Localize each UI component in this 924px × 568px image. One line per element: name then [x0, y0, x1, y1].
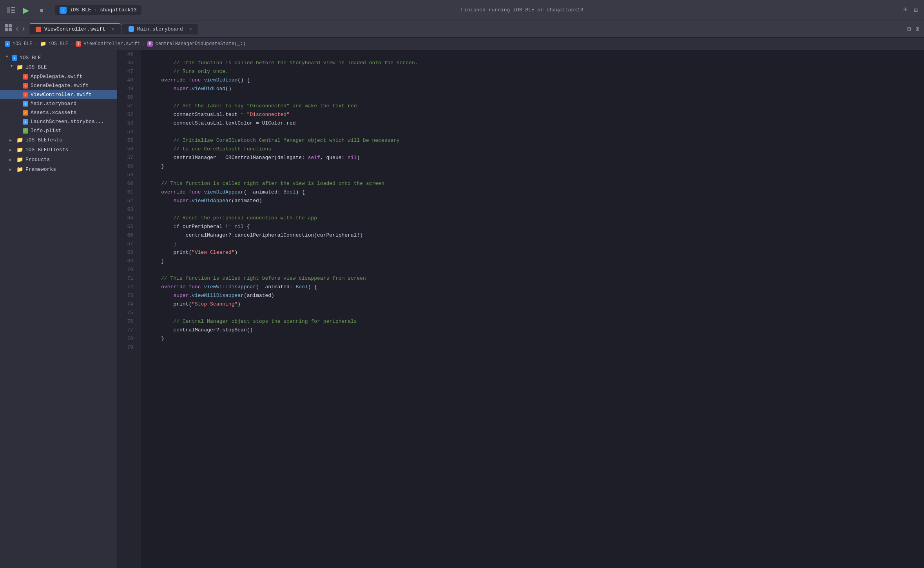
status-text: Finished running iOS BLE on shaqattack13 — [461, 7, 583, 13]
sidebar-storyboard-icon-launch: S — [23, 119, 28, 125]
line-number-65: 65 — [118, 222, 136, 231]
line-number-57: 57 — [118, 154, 136, 162]
sidebar-group-triangle: ▶ — [9, 65, 14, 70]
code-editor[interactable]: 4546474849505152535455565758596061626364… — [118, 50, 924, 568]
sidebar-products-triangle: ▶ — [9, 157, 14, 162]
sidebar-tests-triangle: ▶ — [9, 138, 14, 143]
line-number-62: 62 — [118, 197, 136, 205]
target-icon: i — [60, 7, 67, 14]
line-number-77: 77 — [118, 326, 136, 335]
line-number-63: 63 — [118, 205, 136, 214]
svg-rect-0 — [7, 7, 10, 13]
line-number-75: 75 — [118, 309, 136, 317]
line-number-68: 68 — [118, 248, 136, 257]
sidebar-ios-ble-tests-label: iOS BLETests — [25, 137, 62, 143]
line-number-74: 74 — [118, 300, 136, 309]
breadcrumb-viewcontroller-label: ViewController.swift — [83, 41, 140, 47]
line-number-72: 72 — [118, 283, 136, 291]
sidebar-frameworks-triangle: ▶ — [9, 167, 14, 172]
sidebar-scene-delegate-label: SceneDelegate.swift — [31, 83, 89, 89]
svg-rect-6 — [5, 24, 8, 27]
breadcrumb-ios-icon: i — [5, 41, 10, 47]
line-number-51: 51 — [118, 102, 136, 110]
utility-icon[interactable]: ⊞ — [915, 25, 919, 33]
code-line-46: // This function is called before the st… — [149, 59, 916, 67]
sidebar-item-frameworks[interactable]: ▶ 📁 Frameworks — [0, 165, 117, 174]
sidebar-swift-icon-viewcontroller: S — [23, 92, 28, 98]
play-button[interactable]: ▶ — [20, 5, 31, 16]
tab-viewcontroller[interactable]: ViewController.swift ✕ — [29, 23, 121, 34]
tab-storyboard-close-icon[interactable]: ✕ — [189, 27, 192, 32]
sidebar-item-main-storyboard[interactable]: S Main.storyboard — [0, 99, 117, 108]
line-number-60: 60 — [118, 179, 136, 188]
stop-button[interactable]: ■ — [36, 5, 47, 16]
tab-mainstoryboard[interactable]: Main.storyboard ✕ — [122, 23, 199, 34]
breadcrumb-sep-2: › — [71, 41, 73, 47]
code-line-72: override func viewWillDisappear(_ animat… — [149, 283, 916, 291]
line-number-58: 58 — [118, 162, 136, 171]
sidebar-item-view-controller[interactable]: S ViewController.swift — [0, 90, 117, 99]
code-line-78: } — [149, 335, 916, 343]
sidebar-item-info-plist[interactable]: P Info.plist — [0, 126, 117, 135]
breadcrumb-folder-icon: 📁 — [40, 41, 46, 47]
sidebar-item-ios-bleui-tests[interactable]: ▶ 📁 iOS BLEUITests — [0, 145, 117, 155]
svg-rect-8 — [5, 28, 8, 31]
breadcrumb-method-label: centralManagerDidUpdateState(_:) — [155, 41, 245, 47]
status-bar: Finished running iOS BLE on shaqattack13 — [148, 7, 897, 13]
sidebar-item-products[interactable]: ▶ 📁 Products — [0, 155, 117, 165]
sidebar-app-delegate-label: AppDelegate.swift — [31, 74, 83, 80]
add-icon[interactable]: + — [903, 5, 908, 14]
target-info[interactable]: i iOS BLE › shaqattack13 — [55, 5, 141, 15]
code-line-76: // Central Manager object stops the scan… — [149, 317, 916, 326]
secondary-toolbar: ‹ › ViewController.swift ✕ Main.storyboa… — [0, 20, 924, 38]
sidebar-item-launch-screen[interactable]: S LaunchScreen.storyboa... — [0, 117, 117, 126]
tab-bar: ViewController.swift ✕ Main.storyboard ✕ — [29, 23, 904, 34]
breadcrumb-method-icon: M — [147, 41, 153, 47]
code-line-52: connectStatusLbl.text = "Disconnected" — [149, 110, 916, 119]
sidebar-products-label: Products — [25, 157, 50, 163]
inspector-icon[interactable]: ⊟ — [907, 25, 911, 33]
breadcrumb-ios-ble-folder[interactable]: 📁 iOS BLE — [40, 41, 68, 47]
code-line-66: centralManager?.cancelPeripheralConnecti… — [149, 231, 916, 240]
sidebar-folder-icon-tests: 📁 — [16, 137, 23, 143]
code-line-57: centralManager = CBCentralManager(delega… — [149, 154, 916, 162]
breadcrumb-sep-3: › — [142, 41, 145, 47]
sidebar-toggle-icon[interactable] — [6, 5, 16, 15]
sidebar-folder-icon-products: 📁 — [16, 156, 23, 163]
sidebar-item-ios-ble-group[interactable]: ▶ 📁 iOS BLE — [0, 62, 117, 72]
svg-rect-2 — [11, 9, 15, 11]
breadcrumb-method[interactable]: M centralManagerDidUpdateState(_:) — [147, 41, 245, 47]
code-line-73: super.viewWillDisappear(animated) — [149, 291, 916, 300]
sidebar-item-assets[interactable]: A Assets.xcassets — [0, 108, 117, 117]
breadcrumb-bar: i iOS BLE › 📁 iOS BLE › S ViewController… — [0, 38, 924, 50]
line-number-49: 49 — [118, 85, 136, 93]
tab-close-icon[interactable]: ✕ — [112, 27, 114, 32]
breadcrumb-ios-ble[interactable]: i iOS BLE — [5, 41, 32, 47]
code-line-60: // This function is called right after t… — [149, 179, 916, 188]
code-line-53: connectStatusLbl.textColor = UIColor.red — [149, 119, 916, 128]
line-number-56: 56 — [118, 145, 136, 154]
line-number-70: 70 — [118, 266, 136, 274]
breadcrumb-viewcontroller[interactable]: S ViewController.swift — [76, 41, 140, 47]
code-line-74: print("Stop Scanning") — [149, 300, 916, 309]
sidebar-item-app-delegate[interactable]: S AppDelegate.swift — [0, 72, 117, 81]
sidebar-xcassets-icon: A — [23, 110, 28, 116]
line-number-73: 73 — [118, 291, 136, 300]
swift-file-icon — [36, 27, 41, 32]
sidebar-swift-icon-appdelegate: S — [23, 74, 28, 80]
toolbar-left: ▶ ■ i iOS BLE › shaqattack13 — [6, 5, 141, 16]
tab-viewcontroller-label: ViewController.swift — [44, 26, 105, 32]
sidebar-item-ios-ble-tests[interactable]: ▶ 📁 iOS BLETests — [0, 135, 117, 145]
sidebar-item-scene-delegate[interactable]: S SceneDelegate.swift — [0, 81, 117, 90]
layout-icon[interactable]: ⊡ — [914, 6, 918, 14]
sidebar-root[interactable]: ▶ i iOS BLE — [0, 53, 117, 62]
grid-icon[interactable] — [5, 24, 12, 33]
line-number-47: 47 — [118, 67, 136, 76]
svg-rect-3 — [11, 12, 15, 13]
forward-arrow[interactable]: › — [21, 24, 26, 33]
back-arrow[interactable]: ‹ — [15, 24, 20, 33]
breadcrumb-ios-ble-label: iOS BLE — [13, 41, 32, 47]
target-name: iOS BLE — [70, 7, 91, 13]
code-line-50 — [149, 93, 916, 102]
top-toolbar: ▶ ■ i iOS BLE › shaqattack13 Finished ru… — [0, 0, 924, 20]
